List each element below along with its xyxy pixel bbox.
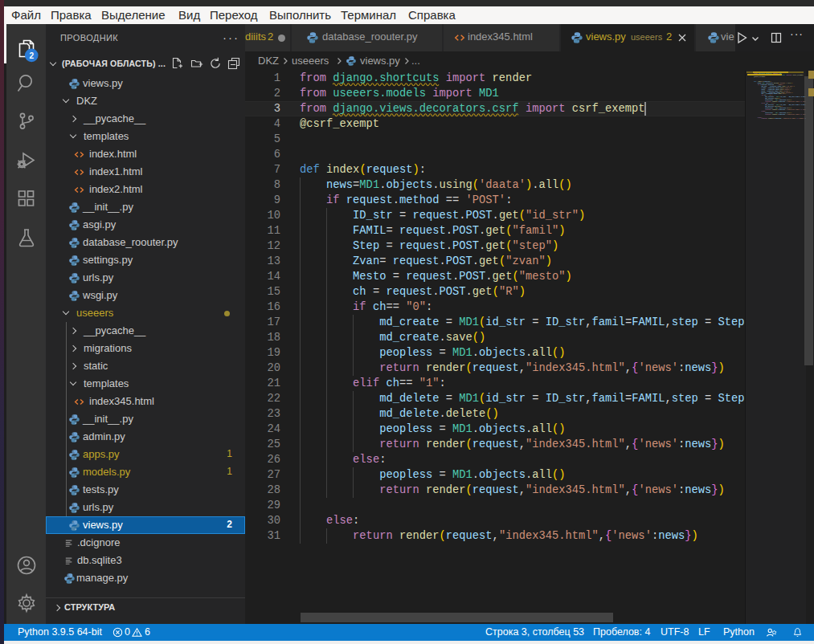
svg-text:2: 2 bbox=[29, 51, 34, 60]
